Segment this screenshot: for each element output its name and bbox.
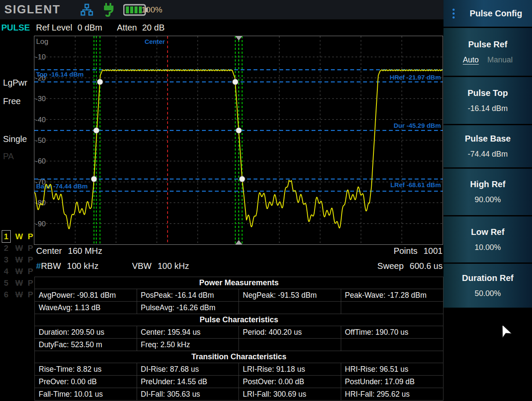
chart-footer-row1: Center160 MHz Points1001: [36, 246, 443, 256]
table-title-1: Pulse Characteristics: [35, 314, 443, 326]
option-manual[interactable]: Manual: [487, 56, 513, 65]
trace-row-4[interactable]: 4WP: [2, 265, 33, 277]
power-plug-icon: [103, 3, 114, 17]
sweep: Sweep600.6 us: [377, 261, 443, 271]
svg-text:-10: -10: [35, 53, 46, 61]
battery-percentage: 100%: [141, 5, 162, 15]
trace-detector-flag: P: [28, 289, 34, 300]
table-row: DutyFac: 523.50 mFreq: 2.50 kHz: [35, 339, 443, 351]
menu-button-pulse-base[interactable]: Pulse Base-74.44 dBm: [443, 124, 532, 167]
trace-detector-flag: P: [28, 242, 34, 254]
menu-button-label: Low Ref: [471, 227, 504, 237]
vbw-value: 100 kHz: [158, 261, 189, 271]
trace-number: 1: [2, 230, 11, 243]
table-cell: PreUnder: 14.55 dB: [137, 376, 239, 388]
table-row: WaveAvg: 1.13 dBPulseAvg: -16.26 dBm: [35, 302, 443, 314]
table-cell: PostUnder: 17.09 dB: [341, 376, 443, 388]
table-cell: AvgPower: -90.81 dBm: [35, 289, 137, 302]
menu-button-value: -74.44 dBm: [468, 150, 508, 159]
table-cell: DutyFac: 523.50 m: [35, 339, 137, 351]
option-auto[interactable]: Auto: [463, 56, 479, 65]
trace-row-3[interactable]: 3WP: [2, 254, 33, 265]
trace-number: 5: [2, 277, 11, 289]
table-cell: [341, 302, 443, 314]
svg-text:Dur -45.29 dBm: Dur -45.29 dBm: [394, 122, 441, 129]
svg-text:Log: Log: [36, 37, 48, 46]
table-cell: OffTime: 190.70 us: [341, 326, 443, 339]
atten[interactable]: Atten20 dB: [117, 23, 165, 33]
menu-button-duration-ref[interactable]: Duration Ref50.00%: [443, 262, 532, 308]
table-row: Duration: 209.50 usCenter: 195.94 usPeri…: [35, 326, 443, 339]
ref-level[interactable]: Ref Level0 dBm: [36, 23, 102, 33]
menu-button-low-ref[interactable]: Low Ref10.00%: [443, 215, 532, 262]
table-cell: [341, 339, 443, 351]
menu-button-label: Pulse Ref: [468, 40, 507, 49]
menu-button-label: Duration Ref: [462, 273, 514, 283]
table-cell: Rise-Time: 8.82 us: [35, 363, 137, 376]
trace-detector-flag: P: [28, 231, 34, 242]
trace-row-2[interactable]: 2WP: [2, 242, 33, 254]
trace-number: 3: [2, 253, 11, 266]
chart-footer-row2: #RBW100 kHz VBW100 kHz Sweep600.6 us: [36, 261, 443, 271]
rbw-coupled-icon: #: [36, 261, 41, 271]
trace-detector-flag: P: [28, 265, 34, 277]
svg-text:-30: -30: [35, 95, 46, 103]
table-cell: HRI-Rise: 96.51 us: [341, 363, 443, 376]
pulse-chart: Log-10-20-30-40-50-60-70-80-90CenterTop …: [34, 36, 443, 245]
sweep-value: 600.6 us: [410, 261, 443, 271]
atten-label: Atten: [117, 23, 137, 32]
svg-text:-90: -90: [35, 220, 46, 228]
trace-write-flag: W: [15, 265, 23, 277]
trace-number: 2: [2, 242, 11, 254]
trace-list: 1WP2WP3WP4WP5WP6WP: [2, 231, 33, 300]
points-label: Points: [394, 246, 418, 256]
menu-button-label: Pulse Base: [465, 134, 511, 144]
rbw[interactable]: #RBW100 kHz: [36, 261, 98, 271]
svg-text:Center: Center: [144, 38, 165, 45]
trace-row-6[interactable]: 6WP: [2, 289, 33, 300]
menu-button-label: Pulse Top: [468, 88, 508, 98]
table-cell: [239, 302, 341, 314]
mode-label: PULSE: [1, 23, 30, 33]
trace-write-flag: W: [15, 289, 23, 300]
menu-button-value: -16.14 dBm: [468, 104, 508, 113]
annunciator-lgpwr: LgPwr: [3, 78, 28, 88]
menu-button-pulse-ref[interactable]: Pulse RefAutoManual: [443, 27, 532, 76]
svg-text:LRef -68.61 dBm: LRef -68.61 dBm: [390, 181, 441, 188]
trace-write-flag: W: [15, 231, 23, 242]
trace-row-5[interactable]: 5WP: [2, 277, 33, 289]
measurement-header: PULSE Ref Level0 dBm Atten20 dB: [0, 19, 443, 36]
brand-logo: SIGLENT: [4, 3, 61, 16]
trace-row-1[interactable]: 1WP: [2, 231, 33, 242]
trace-write-flag: W: [15, 242, 23, 254]
vbw-label: VBW: [132, 261, 152, 271]
menu-button-value: 10.00%: [474, 243, 501, 252]
measurement-tables: Power MeasurementsAvgPower: -90.81 dBmPo…: [34, 277, 443, 401]
rbw-value: 100 kHz: [67, 261, 98, 271]
table-cell: PreOver: 0.00 dB: [35, 376, 137, 388]
table-cell: HRI-Fall: 295.62 us: [341, 388, 443, 401]
table-row: AvgPower: -90.81 dBmPosPeak: -16.14 dBmN…: [35, 289, 443, 302]
menu-button-high-ref[interactable]: High Ref90.00%: [443, 167, 532, 215]
table-title-2: Transition Characteristics: [35, 351, 443, 363]
menu-header[interactable]: Pulse Config: [443, 0, 532, 27]
menu-button-value: 90.00%: [474, 195, 501, 204]
points: Points1001: [394, 246, 443, 256]
table-cell: WaveAvg: 1.13 dB: [35, 302, 137, 314]
table-cell: DI-Fall: 305.63 us: [137, 388, 239, 401]
menu-button-pulse-top[interactable]: Pulse Top-16.14 dBm: [443, 76, 532, 124]
table-cell: PostOver: 0.00 dB: [239, 376, 341, 388]
ref-level-value: 0 dBm: [77, 23, 102, 32]
annunciator-single: Single: [3, 134, 27, 144]
trace-detector-flag: P: [28, 277, 34, 289]
chart-canvas: Log-10-20-30-40-50-60-70-80-90CenterTop …: [34, 36, 443, 244]
center-frequency[interactable]: Center160 MHz: [36, 246, 102, 256]
svg-text:Top -16.14 dBm: Top -16.14 dBm: [36, 71, 84, 78]
svg-text:-50: -50: [35, 136, 46, 145]
atten-value: 20 dB: [142, 23, 165, 32]
table-cell: LRI-Fall: 300.69 us: [239, 388, 341, 401]
center-value: 160 MHz: [68, 246, 102, 256]
vbw[interactable]: VBW100 kHz: [132, 261, 189, 271]
table-cell: LRI-Rise: 91.18 us: [239, 363, 341, 376]
table-row: Fall-Time: 10.01 usDI-Fall: 305.63 usLRI…: [35, 388, 443, 401]
